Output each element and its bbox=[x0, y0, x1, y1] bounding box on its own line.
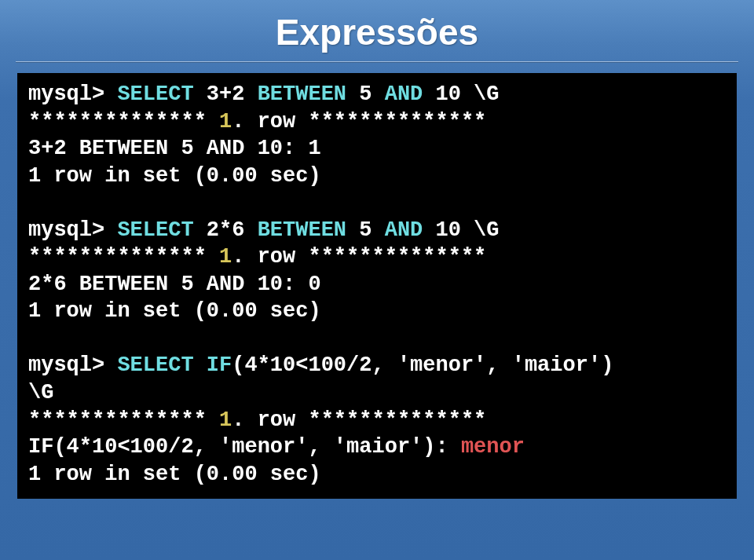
t-line: ************** 1. row ************** bbox=[28, 245, 486, 269]
result-line: IF(4*10<100/2, 'menor', 'maior'): menor bbox=[28, 435, 525, 459]
slide: Expressões mysql> SELECT 3+2 BETWEEN 5 A… bbox=[0, 0, 754, 560]
tail: 10 \G bbox=[436, 218, 500, 242]
mid: 5 bbox=[359, 218, 372, 242]
if-kw: IF bbox=[207, 353, 232, 377]
footer: 1 row in set (0.00 sec) bbox=[28, 164, 321, 188]
tail: 10 \G bbox=[436, 82, 500, 106]
row-l: ************** bbox=[28, 110, 207, 134]
expr: 3+2 bbox=[207, 82, 245, 106]
prompt: mysql> bbox=[28, 218, 104, 242]
result-val: menor bbox=[461, 435, 525, 459]
result-line: 2*6 BETWEEN 5 AND 10: 0 bbox=[28, 273, 321, 296]
tail2: \G bbox=[28, 381, 53, 404]
mid: 5 bbox=[359, 82, 372, 106]
row-v: 1 bbox=[219, 245, 232, 269]
prompt: mysql> bbox=[28, 353, 104, 377]
row-r: . row ************** bbox=[232, 245, 486, 269]
and-kw: AND bbox=[385, 82, 423, 106]
between-kw: BETWEEN bbox=[258, 218, 346, 242]
result-pre: IF(4*10<100/2, 'menor', 'maior'): bbox=[28, 435, 461, 459]
expr: 2*6 bbox=[207, 218, 245, 242]
if-args: (4*10<100/2, 'menor', 'maior') bbox=[232, 353, 613, 377]
between-kw: BETWEEN bbox=[258, 82, 346, 106]
row-r: . row ************** bbox=[232, 408, 486, 432]
terminal-output: mysql> SELECT 3+2 BETWEEN 5 AND 10 \G **… bbox=[17, 73, 737, 499]
footer: 1 row in set (0.00 sec) bbox=[28, 463, 321, 486]
row-v: 1 bbox=[219, 408, 232, 432]
footer: 1 row in set (0.00 sec) bbox=[28, 299, 321, 323]
row-r: . row ************** bbox=[232, 110, 486, 134]
select-kw: SELECT bbox=[117, 353, 193, 377]
t-line: mysql> SELECT 3+2 BETWEEN 5 AND 10 \G bbox=[28, 82, 500, 106]
t-line: mysql> SELECT 2*6 BETWEEN 5 AND 10 \G bbox=[28, 218, 500, 242]
t-line: ************** 1. row ************** bbox=[28, 110, 486, 134]
row-l: ************** bbox=[28, 408, 207, 432]
t-line: ************** 1. row ************** bbox=[28, 408, 486, 432]
slide-title: Expressões bbox=[0, 0, 754, 61]
t-line: mysql> SELECT IF(4*10<100/2, 'menor', 'm… bbox=[28, 353, 613, 377]
row-v: 1 bbox=[219, 110, 232, 134]
and-kw: AND bbox=[385, 218, 423, 242]
select-kw: SELECT bbox=[117, 82, 193, 106]
row-l: ************** bbox=[28, 245, 207, 269]
prompt: mysql> bbox=[28, 82, 104, 106]
title-divider bbox=[16, 61, 738, 62]
select-kw: SELECT bbox=[117, 218, 193, 242]
result-line: 3+2 BETWEEN 5 AND 10: 1 bbox=[28, 137, 321, 160]
